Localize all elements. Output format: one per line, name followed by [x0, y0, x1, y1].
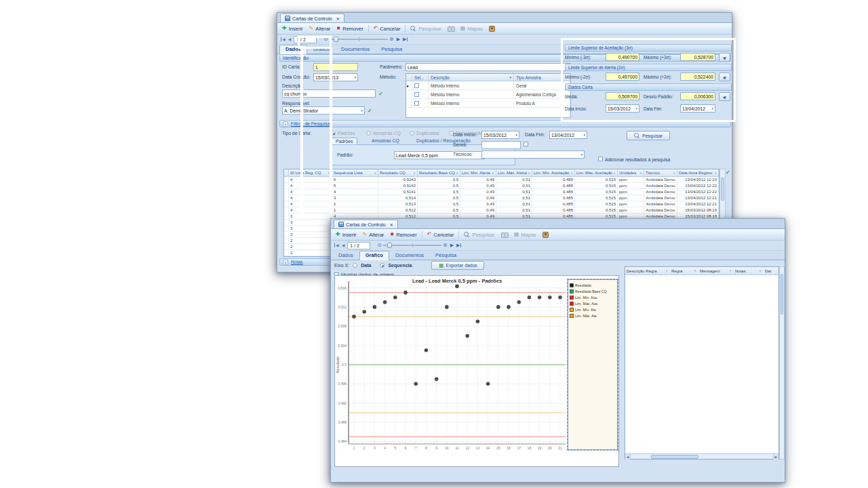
- radio-duplicados[interactable]: [410, 131, 414, 136]
- insert-button[interactable]: ✚Inserir: [279, 25, 306, 33]
- column-header[interactable]: Lim. Mín. Aceitação▼: [532, 169, 575, 176]
- data-point[interactable]: [548, 296, 552, 300]
- search-button[interactable]: Pesquisar: [408, 25, 443, 33]
- sort-icon[interactable]: ▾: [509, 75, 511, 79]
- last-record-button[interactable]: ▶: [403, 37, 408, 41]
- min2-field[interactable]: 0,497000: [606, 73, 639, 81]
- data-point[interactable]: [425, 348, 429, 352]
- data-point[interactable]: [538, 296, 542, 300]
- pesquisar-button[interactable]: Pesquisar: [627, 131, 670, 140]
- first-record-button[interactable]: ◀: [281, 37, 285, 41]
- table-row[interactable]: 450,51420,50,490,510,4850,515ppmAmbidata…: [284, 183, 719, 189]
- column-header[interactable]: Sequência Lista▼: [332, 169, 378, 176]
- data-fim-field[interactable]: 13/04/2012▾: [680, 104, 715, 113]
- descricao-field[interactable]: cq chumbo: [282, 89, 376, 98]
- expand-icon[interactable]: «: [283, 260, 288, 265]
- filter-icon[interactable]: ▼: [374, 171, 376, 175]
- data-point[interactable]: [476, 319, 480, 323]
- chevron-down-icon[interactable]: ▾: [635, 106, 637, 110]
- data-point[interactable]: [455, 285, 459, 289]
- previous-record-button[interactable]: ◀: [342, 243, 345, 247]
- maps-button[interactable]: ▦Mapas: [458, 25, 486, 33]
- rules-vertical-scrollbar[interactable]: [779, 266, 785, 460]
- collapse-icon[interactable]: «: [283, 121, 288, 127]
- filter-data-inicio-field[interactable]: 15/03/2012▾: [481, 131, 519, 139]
- desvio-field[interactable]: 0,006300: [680, 92, 715, 100]
- scrollbar-thumb[interactable]: [651, 455, 698, 459]
- data-point[interactable]: [445, 305, 449, 309]
- column-header[interactable]: Resultado Base CQ▼: [418, 169, 460, 176]
- filters-title[interactable]: Filtros de Pesquisa: [291, 121, 330, 126]
- tab-documentos[interactable]: Documentos: [390, 251, 429, 260]
- filter-icon[interactable]: ▼: [639, 171, 642, 175]
- filter-icon[interactable]: ▼: [613, 171, 616, 175]
- rules-horizontal-scrollbar[interactable]: ◀ ▶: [625, 453, 778, 459]
- maps-button[interactable]: ▦Mapas: [511, 231, 539, 239]
- binoculars-button[interactable]: [498, 231, 511, 238]
- column-header[interactable]: Regra▼: [670, 267, 698, 274]
- filter-icon[interactable]: ▼: [528, 171, 530, 175]
- next-record-button[interactable]: ▶: [450, 243, 454, 247]
- chevron-down-icon[interactable]: ▾: [583, 133, 585, 137]
- last-record-button[interactable]: ▶: [456, 243, 461, 247]
- document-tab[interactable]: Cartas de Controlo ✕: [280, 14, 344, 22]
- column-header[interactable]: Técnico▼: [644, 169, 677, 176]
- column-header[interactable]: Tipo Amostra: [514, 74, 570, 81]
- scrollbar-thumb[interactable]: [781, 274, 783, 314]
- data-point[interactable]: [352, 314, 356, 319]
- table-row[interactable]: Método InternoProduto A: [406, 99, 570, 108]
- filter-icon[interactable]: ▼: [492, 171, 494, 175]
- scroll-right-icon[interactable]: ▶: [773, 454, 778, 460]
- filter-icon[interactable]: ▼: [665, 269, 668, 272]
- edit-button[interactable]: ✎Alterar: [307, 25, 334, 33]
- calculate-limits-button[interactable]: ▶: [719, 73, 730, 81]
- series-field[interactable]: [481, 141, 521, 149]
- radio-sequencia[interactable]: [380, 263, 384, 268]
- tab-pesquisa[interactable]: Pesquisa: [430, 251, 462, 260]
- parametro-field[interactable]: Lead▾: [406, 63, 571, 71]
- chevron-down-icon[interactable]: ▾: [711, 106, 713, 110]
- data-point[interactable]: [373, 305, 377, 309]
- filter-icon[interactable]: ▼: [413, 171, 416, 175]
- column-header[interactable]: Notas▼: [734, 267, 764, 274]
- column-header[interactable]: Data Hora Registo▼: [677, 169, 719, 176]
- tab-documentos[interactable]: Documentos: [336, 45, 375, 54]
- media-field[interactable]: 0,509700: [606, 92, 639, 100]
- close-icon[interactable]: ✕: [336, 16, 340, 21]
- column-header[interactable]: Lim. Máx. Alerta▼: [496, 169, 532, 176]
- tab-grafico[interactable]: Gráfico: [308, 45, 335, 54]
- data-point[interactable]: [465, 334, 469, 338]
- tab-dados[interactable]: Dados: [333, 251, 359, 260]
- column-header[interactable]: Lim. Mín. Alerta▼: [460, 169, 496, 176]
- data-inicio-field[interactable]: 15/03/2012▾: [606, 104, 639, 113]
- max2-field[interactable]: 0,522400: [680, 73, 715, 81]
- filter-icon[interactable]: ▼: [759, 269, 762, 272]
- filters-section-header[interactable]: « Filtros de Pesquisa: [279, 120, 731, 127]
- column-header[interactable]: Resultado CQ▼: [378, 169, 418, 176]
- filter-icon[interactable]: ▼: [456, 171, 458, 175]
- data-point[interactable]: [517, 300, 521, 304]
- tab-dados[interactable]: Dados: [279, 45, 307, 54]
- document-tab[interactable]: Cartas de Controlo ✕: [334, 220, 398, 228]
- cancel-button[interactable]: ↶Cancelar: [371, 25, 403, 33]
- table-row[interactable]: 410,5120,50,490,510,4850,515ppmAmbidata …: [284, 207, 719, 214]
- filter-icon[interactable]: ▼: [729, 269, 732, 272]
- binoculars-button[interactable]: [445, 25, 457, 32]
- zoom-in-icon[interactable]: ⊕: [443, 243, 448, 248]
- radio-amostras[interactable]: [366, 131, 371, 136]
- user-button[interactable]: [540, 231, 551, 239]
- data-point[interactable]: [414, 382, 418, 386]
- slider-thumb[interactable]: [334, 37, 338, 42]
- table-row[interactable]: 430,5140,50,490,510,4850,515ppmAmbidata …: [284, 195, 719, 201]
- remove-button[interactable]: ✖Remover: [387, 231, 419, 239]
- tecnicos-field[interactable]: ▾: [481, 150, 585, 159]
- checkbox[interactable]: [414, 92, 419, 97]
- chevron-down-icon[interactable]: ▾: [580, 152, 583, 157]
- data-point[interactable]: [393, 296, 397, 300]
- exportar-dados-button[interactable]: ▦Exportar dados: [431, 261, 484, 270]
- table-row[interactable]: Método InternoAglomerados Cortiça: [406, 90, 570, 99]
- checkbox[interactable]: [414, 83, 419, 88]
- cancel-button[interactable]: ↶Cancelar: [425, 231, 457, 239]
- table-row[interactable]: 440,51410,50,490,510,4850,515ppmAmbidata…: [284, 189, 719, 195]
- search-button[interactable]: Pesquisar: [461, 231, 497, 239]
